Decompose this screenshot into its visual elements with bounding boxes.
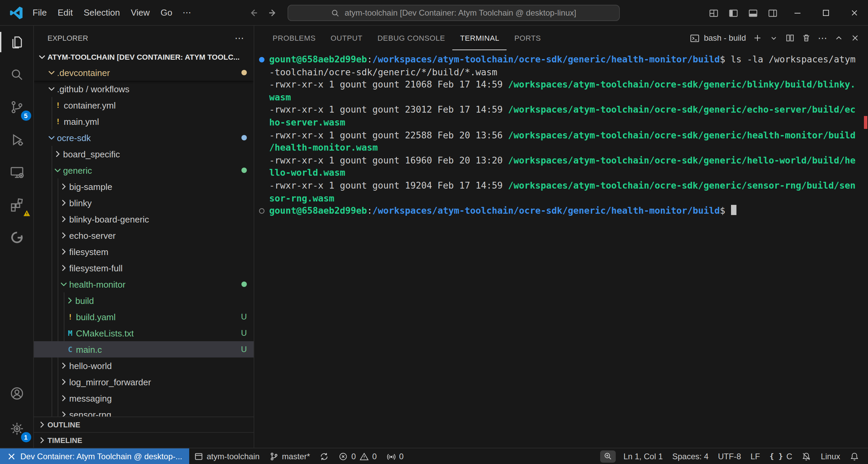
atym-extension-logo-icon	[8, 229, 25, 246]
folder-log-mirror-forwarder[interactable]: log_mirror_forwarder	[34, 374, 254, 390]
tab-ports[interactable]: PORTS	[507, 26, 548, 50]
file-container-yml[interactable]: !container.yml	[34, 97, 254, 113]
forward-arrow-icon[interactable]	[267, 7, 278, 18]
panel-more-actions-button[interactable]: ⋯	[815, 31, 830, 45]
folder-sensor-rng[interactable]: sensor-rng	[34, 406, 254, 417]
item-label: build.yaml	[76, 312, 116, 322]
vscode-window: FileEditSelectionViewGo ⋯ atym-toolchain…	[0, 0, 868, 464]
remote-explorer-activity-item[interactable]	[0, 156, 34, 189]
yaml-icon: !	[52, 101, 64, 110]
outline-section-header[interactable]: OUTLINE	[34, 417, 254, 432]
workspace-indicator[interactable]: atym-toolchain	[189, 448, 264, 464]
notifications-muted-indicator[interactable]	[797, 448, 816, 464]
new-terminal-button[interactable]	[750, 31, 765, 45]
indentation-indicator[interactable]: Spaces: 4	[668, 448, 713, 464]
minimize-button[interactable]	[784, 0, 811, 26]
terminal-text: ho-server.wasm	[269, 117, 345, 129]
folder-echo-server[interactable]: echo-server	[34, 227, 254, 244]
run-debug-activity-item[interactable]	[0, 123, 34, 156]
split-terminal-button[interactable]	[783, 31, 797, 45]
language-mode-indicator[interactable]: { } C	[765, 448, 797, 464]
menu-go[interactable]: Go	[155, 5, 178, 20]
maximize-panel-button[interactable]	[831, 31, 846, 45]
zoom-indicator[interactable]	[600, 450, 616, 462]
menu-file[interactable]: File	[27, 5, 52, 20]
kill-terminal-trash-button[interactable]	[799, 31, 814, 45]
tab-problems[interactable]: PROBLEMS	[265, 26, 323, 50]
encoding-indicator[interactable]: UTF-8	[713, 448, 746, 464]
menu-view[interactable]: View	[125, 5, 155, 20]
tab-output[interactable]: OUTPUT	[323, 26, 370, 50]
folder-generic[interactable]: generic	[34, 162, 254, 178]
explorer-title: EXPLORER	[47, 34, 88, 42]
folder-health-monitor[interactable]: health-monitor	[34, 276, 254, 292]
file-cmakelists-txt[interactable]: MCMakeLists.txtU	[34, 325, 254, 341]
folder-blinky-board-generic[interactable]: blinky-board-generic	[34, 211, 254, 227]
item-label: build	[75, 295, 94, 306]
terminal-line: gount@658aeb2d99eb:/workspaces/atym-tool…	[254, 205, 868, 217]
terminal-line: -rwxr-xr-x 1 gount gount 23012 Feb 17 14…	[254, 104, 868, 117]
command-center-search[interactable]: atym-toolchain [Dev Container: Atym Tool…	[288, 5, 620, 21]
workspace-root-row[interactable]: ATYM-TOOLCHAIN [DEV CONTAINER: ATYM TOOL…	[34, 50, 254, 64]
folder-filesystem-full[interactable]: filesystem-full	[34, 260, 254, 276]
problems-indicator[interactable]: 0 0	[334, 448, 381, 464]
tab-terminal[interactable]: TERMINAL	[453, 26, 507, 50]
customize-layout-icon[interactable]	[704, 4, 724, 22]
maximize-button[interactable]	[812, 0, 840, 26]
folder-devcontainer[interactable]: .devcontainer	[34, 64, 254, 81]
item-label: blinky-board-generic	[69, 214, 149, 224]
menu-edit[interactable]: Edit	[52, 5, 78, 20]
file-main-c[interactable]: Cmain.cU	[34, 341, 254, 357]
explorer-more-actions-button[interactable]: ⋯	[235, 32, 244, 43]
terminal-output[interactable]: gount@658aeb2d99eb:/workspaces/atym-tool…	[254, 50, 868, 448]
timeline-section-header[interactable]: TIMELINE	[34, 432, 254, 448]
search-activity-item[interactable]	[0, 58, 34, 91]
folder-board-specific[interactable]: board_specific	[34, 146, 254, 162]
terminal-dropdown-chevron-icon[interactable]	[766, 31, 781, 45]
folder-ocre-sdk[interactable]: ocre-sdk	[34, 130, 254, 146]
remote-label: Dev Container: Atym Toolchain @ desktop-…	[20, 451, 182, 461]
chevron-down-icon	[58, 279, 69, 290]
file-tree: .devcontainer.github / workflows!contain…	[34, 64, 254, 417]
folder-messaging[interactable]: messaging	[34, 390, 254, 406]
tab-debug-console[interactable]: DEBUG CONSOLE	[370, 26, 453, 50]
close-window-button[interactable]	[841, 0, 868, 26]
atym-extension-activity-item[interactable]	[0, 221, 34, 254]
sync-indicator[interactable]	[315, 448, 334, 464]
folder-big-sample[interactable]: big-sample	[34, 178, 254, 195]
accounts-activity-item[interactable]	[0, 377, 34, 410]
eol-indicator[interactable]: LF	[746, 448, 765, 464]
terminal-line: /health-monitor.wasm	[254, 142, 868, 154]
folder-filesystem[interactable]: filesystem	[34, 244, 254, 260]
chevron-right-icon	[58, 409, 69, 417]
terminal-instance-selector[interactable]: bash - build	[690, 33, 746, 43]
menu-selection[interactable]: Selection	[78, 5, 125, 20]
explorer-activity-item[interactable]	[0, 26, 34, 58]
folder-blinky[interactable]: blinky	[34, 195, 254, 211]
file-main-yml[interactable]: !main.yml	[34, 113, 254, 130]
ports-indicator[interactable]: 0	[381, 448, 408, 464]
folder-github-workflows[interactable]: .github / workflows	[34, 81, 254, 97]
git-status-dot	[241, 135, 247, 140]
back-arrow-icon[interactable]	[248, 7, 259, 18]
cursor-position-indicator[interactable]: Ln 1, Col 1	[619, 448, 668, 464]
source-control-activity-item[interactable]: 5	[0, 91, 34, 123]
chevron-right-icon	[58, 181, 69, 192]
remote-os-indicator[interactable]: Linux	[816, 448, 845, 464]
remote-indicator[interactable]: Dev Container: Atym Toolchain @ desktop-…	[0, 448, 189, 464]
terminal-text: gount@658aeb2d99eb:/workspaces/atym-tool…	[269, 54, 855, 66]
branch-indicator[interactable]: master*	[264, 448, 315, 464]
notifications-indicator[interactable]	[845, 448, 864, 464]
close-panel-button[interactable]	[848, 31, 863, 45]
chevron-right-icon	[58, 246, 69, 257]
file-build-yaml[interactable]: !build.yamlU	[34, 309, 254, 325]
toggle-panel-icon[interactable]	[743, 4, 763, 22]
folder-build[interactable]: build	[34, 292, 254, 309]
menubar-more-button[interactable]: ⋯	[178, 5, 196, 20]
folder-hello-world[interactable]: hello-world	[34, 357, 254, 374]
toggle-primary-sidebar-icon[interactable]	[724, 4, 743, 22]
menubar: FileEditSelectionViewGo	[27, 5, 178, 20]
toggle-secondary-sidebar-icon[interactable]	[763, 4, 783, 22]
settings-activity-item[interactable]: 1	[0, 412, 34, 445]
extensions-activity-item[interactable]	[0, 189, 34, 221]
